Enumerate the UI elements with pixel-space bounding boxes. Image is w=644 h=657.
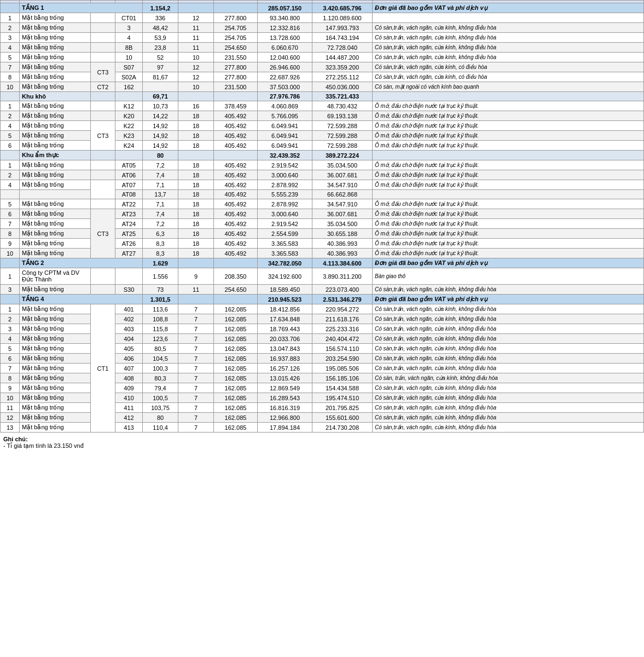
row-toa (91, 43, 115, 53)
row-du-tru-thang: 18.412.856 (258, 304, 312, 314)
row-don-gia-thue: 405.492 (214, 170, 258, 180)
table-row: TẦNG 21.629342.782.0504.113.384.600Đơn g… (1, 258, 644, 268)
row-dien-tich: 8,3 (143, 239, 178, 249)
section-blank1 (178, 295, 214, 304)
row-o-so: K24 (115, 141, 143, 151)
row-don-gia-usd: 12 (178, 13, 214, 23)
row-noi-dung: Mặt bằng trống (20, 373, 91, 383)
row-hien-trang: Có sàn, trần, vách ngăn, cửa kính, không… (373, 373, 644, 383)
row-toa (91, 170, 115, 180)
row-stt: 12 (1, 413, 20, 423)
row-noi-dung: Mặt bằng trống (20, 285, 91, 295)
row-stt: 6 (1, 354, 20, 364)
row-du-tru-thang: 12.966.800 (258, 413, 312, 423)
sub-c1 (1, 92, 20, 101)
sub-c1 (1, 151, 20, 160)
row-du-tru-12: 225.233.316 (312, 324, 373, 334)
row-don-gia-usd: 18 (178, 219, 214, 229)
row-noi-dung: Mặt bằng trống (20, 121, 91, 131)
row-don-gia-thue: 277.800 (214, 72, 258, 82)
row-don-gia-thue: 405.492 (214, 121, 258, 131)
row-du-tru-12: 3.890.311.200 (312, 268, 373, 285)
sub-c6 (178, 151, 214, 160)
row-stt (1, 190, 20, 199)
row-hien-trang: Bàn giao thô (373, 268, 644, 285)
row-du-tru-thang: 2.878.992 (258, 199, 312, 209)
row-noi-dung: Mặt bằng trống (20, 170, 91, 180)
row-don-gia-usd: 7 (178, 423, 214, 433)
row-noi-dung: Mặt bằng trống (20, 229, 91, 239)
row-don-gia-usd: 11 (178, 285, 214, 295)
table-row: 1Mặt bằng trốngCT0133612277.80093.340.80… (1, 13, 644, 23)
row-du-tru-thang: 6.049.941 (258, 131, 312, 141)
row-don-gia-thue: 162.085 (214, 423, 258, 433)
row-noi-dung: Mặt bằng trống (20, 111, 91, 121)
row-dien-tich: 80,5 (143, 344, 178, 354)
table-row: 3Mặt bằng trống453,911254.70513.728.6001… (1, 33, 644, 43)
row-hien-trang: Có sàn,trần, vách ngăn, cửa kính, không … (373, 23, 644, 33)
row-o-so: AT27 (115, 249, 143, 258)
table-row: 3Mặt bằng trốngS307311254.65018.589.4502… (1, 285, 644, 295)
row-stt: 5 (1, 53, 20, 62)
row-o-so: 10 (115, 53, 143, 62)
row-don-gia-thue: 162.085 (214, 314, 258, 324)
row-du-tru-12: 155.601.600 (312, 413, 373, 423)
row-du-tru-thang: 13.728.600 (258, 33, 312, 43)
row-hien-trang (373, 13, 644, 23)
sub-du-tru-12: 335.721.433 (312, 92, 373, 101)
row-noi-dung: Mặt bằng trống (20, 53, 91, 62)
row-don-gia-usd: 18 (178, 180, 214, 190)
sub-c7 (214, 92, 258, 101)
row-toa (91, 268, 115, 285)
row-don-gia-thue: 405.492 (214, 249, 258, 258)
row-hien-trang: Ô mở, đấu chờ điện nước tại trục kỹ thuậ… (373, 131, 644, 141)
row-dien-tich: 7,1 (143, 180, 178, 190)
sub-dien-tich: 69,71 (143, 92, 178, 101)
section-dien-tich: 1.154,2 (143, 3, 178, 13)
row-toa (91, 160, 115, 170)
table-row: TẦNG 11.154,2285.057.1503.420.685.796Đơn… (1, 3, 644, 13)
row-du-tru-12: 147.993.793 (312, 23, 373, 33)
row-don-gia-usd: 18 (178, 131, 214, 141)
section-stt (1, 3, 20, 13)
sub-c3 (91, 151, 115, 160)
section-label: TẦNG 1 (20, 3, 143, 13)
row-toa (91, 180, 115, 199)
row-hien-trang: Có sàn,trần, vách ngăn, cửa kính, không … (373, 33, 644, 43)
row-don-gia-thue: 162.085 (214, 324, 258, 334)
row-dien-tich: 80,3 (143, 373, 178, 383)
row-o-so: 8B (115, 43, 143, 53)
row-toa (91, 285, 115, 295)
row-du-tru-thang: 3.365.583 (258, 249, 312, 258)
section-du-tru-12: 3.420.685.796 (312, 3, 373, 13)
row-o-so: 413 (115, 423, 143, 433)
row-stt: 10 (1, 393, 20, 403)
row-hien-trang: Có sàn,trần, vách ngăn, cửa kính, không … (373, 53, 644, 62)
row-hien-trang: Có sàn,trần, vách ngăn, cửa kính, có điề… (373, 62, 644, 72)
row-du-tru-12: 154.434.588 (312, 383, 373, 393)
row-du-tru-thang: 16.289.543 (258, 393, 312, 403)
row-du-tru-12: 156.574.110 (312, 344, 373, 354)
row-dien-tich: 110,4 (143, 423, 178, 433)
row-dien-tich: 7,2 (143, 219, 178, 229)
sub-du-tru-12: 389.272.224 (312, 151, 373, 160)
row-du-tru-thang: 5.555.239 (258, 190, 312, 199)
row-don-gia-usd: 18 (178, 190, 214, 199)
row-stt: 10 (1, 82, 20, 92)
row-don-gia-thue: 277.800 (214, 13, 258, 23)
row-noi-dung: Mặt bằng trống (20, 249, 91, 258)
row-don-gia-thue: 405.492 (214, 229, 258, 239)
row-don-gia-thue: 405.492 (214, 141, 258, 151)
row-stt: 9 (1, 239, 20, 249)
sub-c7 (214, 151, 258, 160)
row-don-gia-usd: 18 (178, 160, 214, 170)
row-don-gia-usd: 11 (178, 23, 214, 33)
table-row: 4Mặt bằng trốngCT3K2214,9218405.4926.049… (1, 121, 644, 131)
row-o-so: AT07 (115, 180, 143, 190)
row-dien-tich: 73 (143, 285, 178, 295)
row-stt: 7 (1, 219, 20, 229)
table-row: 4Mặt bằng trống8B23,811254.6506.060.6707… (1, 43, 644, 53)
row-o-so: AT08 (115, 190, 143, 199)
row-stt: 2 (1, 111, 20, 121)
row-noi-dung: Mặt bằng trống (20, 324, 91, 334)
